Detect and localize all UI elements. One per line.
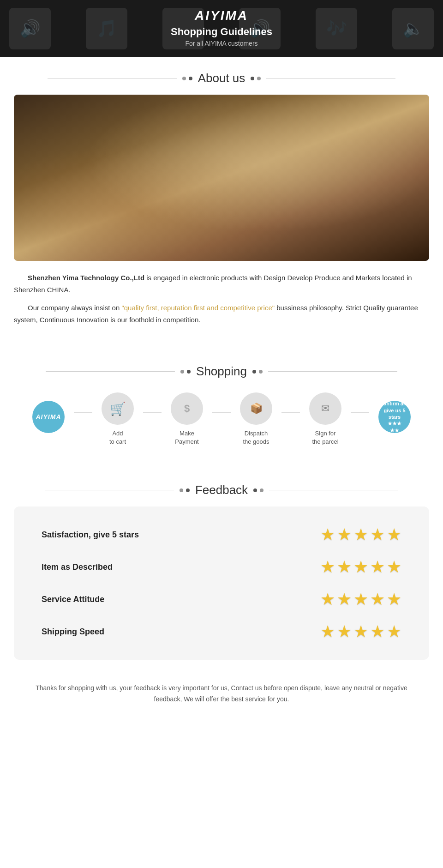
feedback-title: Feedback [195, 483, 248, 497]
connector-3 [212, 412, 231, 413]
step-confirm: Confirm andgive us 5 stars★★★★★ [369, 401, 420, 438]
star-d3: ★ [353, 557, 368, 577]
star-d5: ★ [387, 557, 401, 577]
star-2: ★ [337, 525, 352, 544]
brand-logo: AIYIMA [0, 8, 443, 23]
shop-dots-left [180, 370, 191, 374]
step-circle-sign: ✉ [309, 392, 341, 425]
about-divider: About us [14, 71, 429, 85]
star-d1: ★ [320, 557, 335, 577]
star-3: ★ [353, 525, 368, 544]
star-5: ★ [387, 525, 401, 544]
star-sh3: ★ [353, 622, 368, 641]
fb-dot-4 [260, 488, 263, 492]
header: 🔊 🎵 🔊 🎶 🔈 AIYIMA Shopping Guidelines For… [0, 0, 443, 57]
stars-satisfaction: ★ ★ ★ ★ ★ [320, 525, 401, 544]
connector-2 [143, 412, 162, 413]
fb-dot-1 [180, 488, 183, 492]
feedback-label-satisfaction: Satisfaction, give 5 stars [42, 530, 139, 540]
stars-service: ★ ★ ★ ★ ★ [320, 590, 401, 609]
step-circle-payment: $ [171, 392, 203, 425]
company-name: Shenzhen Yima Technology Co.,Ltd [28, 274, 144, 282]
divider-dots-left [182, 77, 192, 80]
step-label-payment: MakePayment [175, 429, 198, 446]
step-sign: ✉ Sign forthe parcel [300, 392, 351, 446]
star-sh1: ★ [320, 622, 335, 641]
connector-1 [74, 412, 92, 413]
star-4: ★ [370, 525, 385, 544]
business-photo [14, 95, 429, 261]
feedback-label-described: Item as Described [42, 562, 113, 572]
philosophy-highlight: "quality first, reputation first and com… [121, 304, 275, 312]
step-circle-confirm: Confirm andgive us 5 stars★★★★★ [378, 401, 411, 433]
footer: Thanks for shopping with us, your feedba… [0, 674, 443, 723]
step-dispatch: 📦 Dispatchthe goods [231, 392, 281, 446]
star-sh2: ★ [337, 622, 352, 641]
shopping-title: Shopping [196, 364, 247, 379]
star-sh5: ★ [387, 622, 401, 641]
feedback-divider: Feedback [14, 483, 429, 497]
connector-5 [351, 412, 369, 413]
fb-dots-left [180, 488, 190, 492]
shop-dot-2 [187, 370, 191, 374]
step-cart: 🛒 Addto cart [92, 392, 143, 446]
star-d4: ★ [370, 557, 385, 577]
step-circle-cart: 🛒 [102, 392, 134, 425]
fb-divider-left [45, 490, 174, 490]
step-label-cart: Addto cart [109, 429, 126, 446]
fb-divider-right [269, 490, 398, 490]
feedback-row-described: Item as Described ★ ★ ★ ★ ★ [42, 557, 401, 577]
header-content: AIYIMA Shopping Guidelines For all AIYIM… [0, 8, 443, 47]
about-title: About us [198, 71, 245, 85]
about-paragraph-1: Shenzhen Yima Technology Co.,Ltd is enga… [14, 272, 429, 295]
star-d2: ★ [337, 557, 352, 577]
shop-dot-3 [252, 370, 256, 374]
dot-1 [182, 77, 186, 80]
fb-dot-3 [253, 488, 257, 492]
step-label-dispatch: Dispatchthe goods [243, 429, 269, 446]
shop-divider-right [268, 371, 397, 372]
star-s4: ★ [370, 590, 385, 609]
feedback-card: Satisfaction, give 5 stars ★ ★ ★ ★ ★ Ite… [14, 506, 429, 660]
shop-dot-4 [259, 370, 263, 374]
feedback-section: Feedback Satisfaction, give 5 stars ★ ★ … [0, 464, 443, 674]
dot-2 [189, 77, 192, 80]
header-title: Shopping Guidelines [0, 26, 443, 38]
star-s1: ★ [320, 590, 335, 609]
shop-dot-1 [180, 370, 184, 374]
divider-line-right [266, 78, 395, 78]
feedback-row-satisfaction: Satisfaction, give 5 stars ★ ★ ★ ★ ★ [42, 525, 401, 544]
divider-line-left [48, 78, 177, 78]
connector-4 [281, 412, 300, 413]
star-1: ★ [320, 525, 335, 544]
dot-3 [251, 77, 254, 80]
step-circle-dispatch: 📦 [240, 392, 272, 425]
footer-text: Thanks for shopping with us, your feedba… [36, 684, 407, 703]
feedback-label-service: Service Attitude [42, 595, 104, 604]
about-image [14, 95, 429, 261]
about-paragraph-2: Our company always insist on "quality fi… [14, 302, 429, 326]
star-s2: ★ [337, 590, 352, 609]
star-s5: ★ [387, 590, 401, 609]
divider-dots-right [251, 77, 261, 80]
shop-dots-right [252, 370, 263, 374]
dot-4 [257, 77, 261, 80]
about-section: About us Shenzhen Yima Technology Co.,Lt… [0, 71, 443, 346]
stars-shipping: ★ ★ ★ ★ ★ [320, 622, 401, 641]
fb-dot-2 [186, 488, 190, 492]
step-payment: $ MakePayment [162, 392, 212, 446]
header-subtitle: For all AIYIMA customers [0, 40, 443, 47]
star-s3: ★ [353, 590, 368, 609]
feedback-label-shipping: Shipping Speed [42, 627, 104, 637]
star-sh4: ★ [370, 622, 385, 641]
step-label-sign: Sign forthe parcel [312, 429, 338, 446]
philosophy-intro: Our company always insist on [28, 304, 121, 312]
shopping-section: Shopping AIYIMA 🛒 Addto cart $ MakePayme… [0, 346, 443, 464]
feedback-row-service: Service Attitude ★ ★ ★ ★ ★ [42, 590, 401, 609]
step-brand: AIYIMA [23, 401, 74, 438]
shop-divider-left [46, 371, 175, 372]
shopping-steps: AIYIMA 🛒 Addto cart $ MakePayment 📦 Disp… [14, 388, 429, 451]
step-circle-brand: AIYIMA [32, 401, 65, 433]
shopping-divider: Shopping [14, 364, 429, 379]
fb-dots-right [253, 488, 263, 492]
